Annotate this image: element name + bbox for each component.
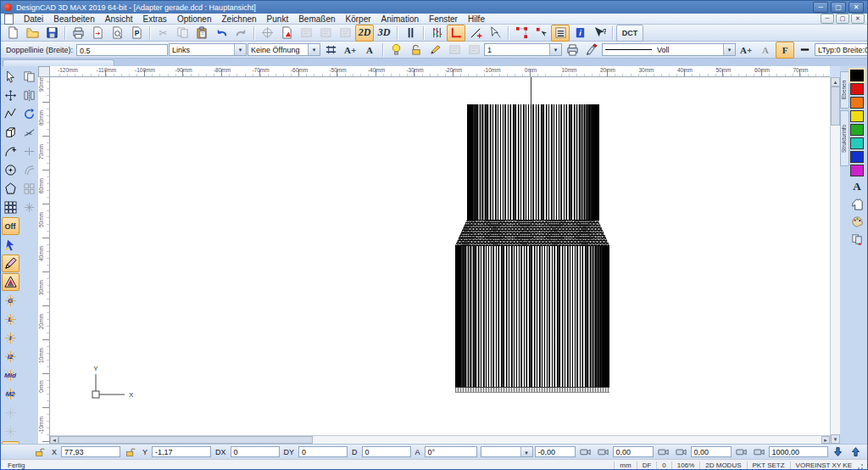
text-attributes-button[interactable]: A <box>849 178 865 194</box>
status-count[interactable]: 0 <box>656 462 670 470</box>
font-size-plus-button[interactable]: A+ <box>737 42 755 59</box>
cut-button[interactable]: ✂ <box>153 25 172 42</box>
d-field[interactable]: 0 <box>362 446 411 457</box>
parallel-lines-button[interactable] <box>401 25 420 42</box>
double-line-settings-button[interactable] <box>321 42 340 59</box>
box-3d-tool-button[interactable] <box>2 124 19 142</box>
paste-special-button[interactable] <box>277 25 296 42</box>
copy-button[interactable] <box>173 25 192 42</box>
trim-tool-button[interactable]: ✂ <box>20 124 38 142</box>
line-style-select[interactable]: Voll▾ <box>602 43 736 56</box>
x-field[interactable]: 77,93 <box>61 446 120 457</box>
roll-view-cw-button[interactable] <box>751 445 767 459</box>
status-voreinst[interactable]: VOREINST XY KE <box>790 462 857 470</box>
gravity-tool-3-button[interactable] <box>336 25 354 42</box>
info-button[interactable]: i <box>570 25 589 42</box>
duplicate-tool-button[interactable] <box>20 68 38 86</box>
polyline-tool-button[interactable] <box>2 105 19 123</box>
line-list-button[interactable] <box>551 25 570 42</box>
menu-fenster[interactable]: Fenster <box>424 14 463 25</box>
horizontal-scroll-thumb[interactable] <box>58 436 313 444</box>
node-select-button[interactable] <box>512 25 531 42</box>
array-tool-button[interactable] <box>20 180 38 198</box>
layer-lock-button[interactable] <box>406 42 425 59</box>
layer-option-2-button[interactable] <box>465 42 483 59</box>
select-cursor-button[interactable] <box>486 25 504 42</box>
offset-tool-button[interactable] <box>20 161 38 179</box>
scroll-right-icon[interactable]: ► <box>821 436 830 444</box>
menu-datei[interactable]: Datei <box>19 14 48 25</box>
snap-midpoint-2-button[interactable]: M2 <box>2 385 19 403</box>
line-type-select[interactable]: LTyp:0 Breite:0▾ <box>815 43 868 56</box>
rotate-view-down-button[interactable] <box>673 445 689 459</box>
export-file-button[interactable] <box>88 25 107 42</box>
menu-krper[interactable]: Körper <box>341 14 376 25</box>
solid-tool-button[interactable] <box>2 273 19 291</box>
menu-punkt[interactable]: Punkt <box>262 14 294 25</box>
point-select-button[interactable] <box>258 25 276 42</box>
mode-3d-button[interactable]: 3D <box>375 25 393 42</box>
alignment-select[interactable]: Links▾ <box>169 43 247 56</box>
close-button[interactable]: ✕ <box>849 2 864 13</box>
rotate-view-up-button[interactable] <box>655 445 671 459</box>
undo-button[interactable] <box>212 25 231 42</box>
polygon-tool-button[interactable] <box>2 180 19 198</box>
status-df[interactable]: DF <box>637 462 657 470</box>
snap-off-button[interactable]: Off <box>2 217 19 235</box>
gravity-tool-1-button[interactable] <box>297 25 315 42</box>
text-style-button[interactable]: A <box>360 42 379 59</box>
circle-tool-button[interactable] <box>2 161 19 179</box>
save-file-button[interactable] <box>42 25 61 42</box>
view-x-angle-field[interactable]: -0,00 <box>535 446 576 457</box>
copy-style-tool-button[interactable] <box>849 232 865 248</box>
color-swatch-2[interactable] <box>850 83 864 95</box>
hatch-tool-button[interactable] <box>2 199 19 216</box>
context-help-button[interactable]: ? <box>590 25 609 42</box>
palette-tool-button[interactable] <box>849 214 865 230</box>
drawing-canvas[interactable]: Y X <box>50 77 830 435</box>
y-field[interactable]: -1,17 <box>152 446 211 457</box>
snap-intersect-2-button[interactable]: I2 <box>2 348 19 366</box>
view-z-angle-field[interactable]: 0,00 <box>691 446 732 457</box>
camera-view-button[interactable] <box>865 445 868 459</box>
snap-gravity-button[interactable]: G <box>2 292 19 310</box>
snap-midpoint-button[interactable]: Mid <box>2 366 19 384</box>
color-swatch-5[interactable] <box>850 124 864 136</box>
select-tool-button[interactable] <box>2 68 19 86</box>
fill-toggle-button[interactable]: F <box>776 42 794 59</box>
scroll-down-icon[interactable]: ▼ <box>831 434 840 444</box>
rotate-tool-button[interactable] <box>20 105 38 123</box>
paste-button[interactable] <box>192 25 211 42</box>
color-swatch-1[interactable] <box>850 70 864 81</box>
mdi-minimize-button[interactable]: ─ <box>821 14 834 24</box>
layer-visibility-button[interactable] <box>387 42 405 59</box>
menu-optionen[interactable]: Optionen <box>172 14 217 25</box>
zoom-out-view-button[interactable] <box>830 445 846 459</box>
vertical-scroll-thumb[interactable] <box>831 87 840 126</box>
layer-edit-button[interactable] <box>426 42 444 59</box>
print-preview-button[interactable] <box>108 25 126 42</box>
resize-grip[interactable] <box>857 462 865 470</box>
extend-tool-button[interactable] <box>20 143 38 160</box>
color-swatch-6[interactable] <box>850 137 864 149</box>
font-style-button[interactable]: A <box>756 42 775 59</box>
dx-field[interactable]: 0 <box>231 446 280 457</box>
horizontal-scrollbar[interactable]: ◄ ► <box>50 435 830 444</box>
color-swatch-7[interactable] <box>850 151 864 163</box>
roll-view-ccw-button[interactable] <box>733 445 749 459</box>
rotate-view-right-button[interactable] <box>595 445 611 459</box>
zoom-in-view-button[interactable] <box>848 445 864 459</box>
dy-field[interactable]: 0 <box>298 446 348 457</box>
lock-y-button[interactable] <box>122 445 138 459</box>
snap-extra-2-button[interactable] <box>2 422 19 440</box>
minimize-button[interactable]: ─ <box>813 2 828 13</box>
selection-arrow-tool-button[interactable] <box>2 236 19 254</box>
pan-tool-button[interactable] <box>2 87 19 104</box>
menu-animation[interactable]: Animation <box>376 14 424 25</box>
pdf-export-button[interactable]: P <box>127 25 146 42</box>
snap-extra-1-button[interactable] <box>2 404 19 422</box>
snap-intersect-button[interactable]: I <box>2 329 19 347</box>
view-preset-select[interactable]: ▾ <box>481 446 533 457</box>
arc-tool-button[interactable] <box>2 143 19 160</box>
menu-bemaen[interactable]: Bemaßen <box>293 14 340 25</box>
